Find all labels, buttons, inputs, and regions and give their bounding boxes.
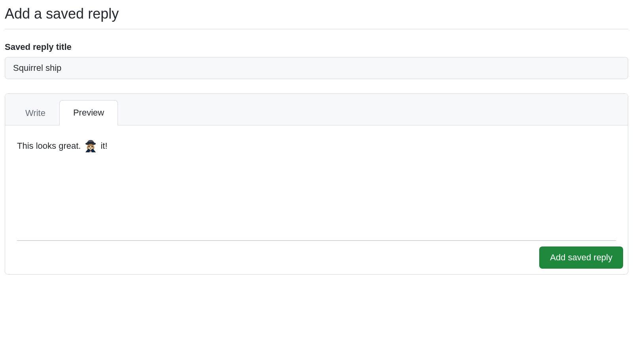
page-title: Add a saved reply [5,5,628,29]
tab-strip: Write Preview [5,94,628,125]
tab-write[interactable]: Write [11,100,59,125]
add-saved-reply-button[interactable]: Add saved reply [539,246,623,269]
preview-area: This looks great. [5,125,628,232]
actions-bar: Add saved reply [5,241,628,274]
svg-point-5 [92,146,93,147]
svg-point-6 [90,148,91,149]
preview-content: This looks great. [17,139,616,152]
editor-box: Write Preview This looks great. [5,93,628,275]
title-field-label: Saved reply title [5,42,628,52]
tab-preview[interactable]: Preview [59,100,118,125]
shipit-squirrel-icon [84,139,97,152]
preview-text-before: This looks great. [17,139,81,152]
title-input[interactable] [5,57,628,79]
svg-rect-1 [87,142,94,143]
svg-point-4 [89,146,90,147]
preview-text-after: it! [100,139,107,152]
